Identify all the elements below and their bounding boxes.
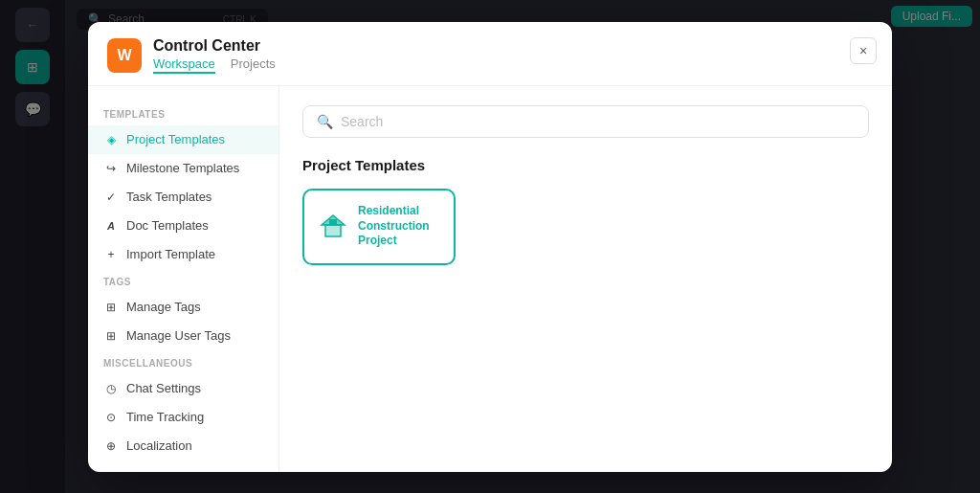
project-templates-icon: ◈ (103, 132, 119, 147)
template-card-name: Residential Construction Project (358, 204, 440, 249)
sidebar-item-label: Chat Settings (126, 381, 201, 395)
chat-settings-icon: ◷ (103, 381, 119, 396)
milestone-templates-icon: ↪ (103, 161, 119, 176)
manage-tags-icon: ⊞ (103, 300, 119, 315)
svg-rect-2 (329, 219, 337, 225)
sidebar-item-localization[interactable]: ⊕ Localization (88, 432, 278, 460)
sidebar-item-manage-user-tags[interactable]: ⊞ Manage User Tags (88, 322, 278, 350)
template-search-bar[interactable]: 🔍 (302, 105, 869, 138)
tab-workspace[interactable]: Workspace (153, 56, 215, 74)
modal-logo: W (107, 38, 142, 73)
modal-tabs: Workspace Projects (153, 56, 276, 74)
sidebar-item-chat-settings[interactable]: ◷ Chat Settings (88, 374, 278, 403)
modal-title-group: Control Center Workspace Projects (153, 37, 276, 74)
modal-overlay: W Control Center Workspace Projects × TE… (0, 0, 980, 493)
modal-title: Control Center (153, 37, 276, 55)
sidebar-item-label: Milestone Templates (126, 161, 239, 175)
modal-body: TEMPLATES ◈ Project Templates ↪ Mileston… (88, 86, 892, 472)
misc-section-label: MISCELLANEOUS (88, 358, 278, 374)
svg-rect-0 (325, 225, 341, 236)
modal-sidebar: TEMPLATES ◈ Project Templates ↪ Mileston… (88, 86, 279, 472)
sidebar-item-label: Manage Tags (126, 300, 201, 314)
sidebar-item-milestone-templates[interactable]: ↪ Milestone Templates (88, 154, 278, 183)
tags-section-label: TAGS (88, 277, 278, 293)
sidebar-item-label: Task Templates (126, 190, 212, 204)
templates-section-label: TEMPLATES (88, 109, 278, 125)
control-center-modal: W Control Center Workspace Projects × TE… (88, 22, 892, 472)
sidebar-item-label: Localization (126, 438, 192, 453)
sidebar-item-label: Import Template (126, 247, 215, 261)
sidebar-item-project-templates[interactable]: ◈ Project Templates (88, 125, 278, 154)
tab-projects[interactable]: Projects (231, 56, 276, 74)
localization-icon: ⊕ (103, 438, 119, 454)
sidebar-item-label: Doc Templates (126, 218, 209, 233)
sidebar-item-task-templates[interactable]: ✓ Task Templates (88, 183, 278, 212)
templates-grid: Residential Construction Project (302, 189, 869, 265)
sidebar-item-manage-tags[interactable]: ⊞ Manage Tags (88, 293, 278, 322)
sidebar-item-import-template[interactable]: + Import Template (88, 240, 278, 269)
sidebar-item-doc-templates[interactable]: A Doc Templates (88, 212, 278, 240)
import-template-icon: + (103, 247, 119, 262)
manage-user-tags-icon: ⊞ (103, 328, 119, 344)
doc-templates-icon: A (103, 218, 119, 234)
sidebar-item-label: Project Templates (126, 132, 225, 146)
sidebar-item-time-tracking[interactable]: ⊙ Time Tracking (88, 403, 278, 432)
search-icon: 🔍 (317, 114, 333, 129)
search-input[interactable] (341, 114, 855, 129)
modal-close-button[interactable]: × (850, 37, 877, 64)
sidebar-item-label: Time Tracking (126, 410, 204, 424)
sidebar-item-label: Manage User Tags (126, 328, 231, 343)
modal-header: W Control Center Workspace Projects × (88, 22, 892, 86)
task-templates-icon: ✓ (103, 190, 119, 205)
template-card-residential[interactable]: Residential Construction Project (302, 189, 456, 265)
template-card-icon (318, 212, 348, 242)
content-section-title: Project Templates (302, 157, 869, 173)
time-tracking-icon: ⊙ (103, 410, 119, 425)
modal-main-content: 🔍 Project Templates (279, 86, 892, 472)
